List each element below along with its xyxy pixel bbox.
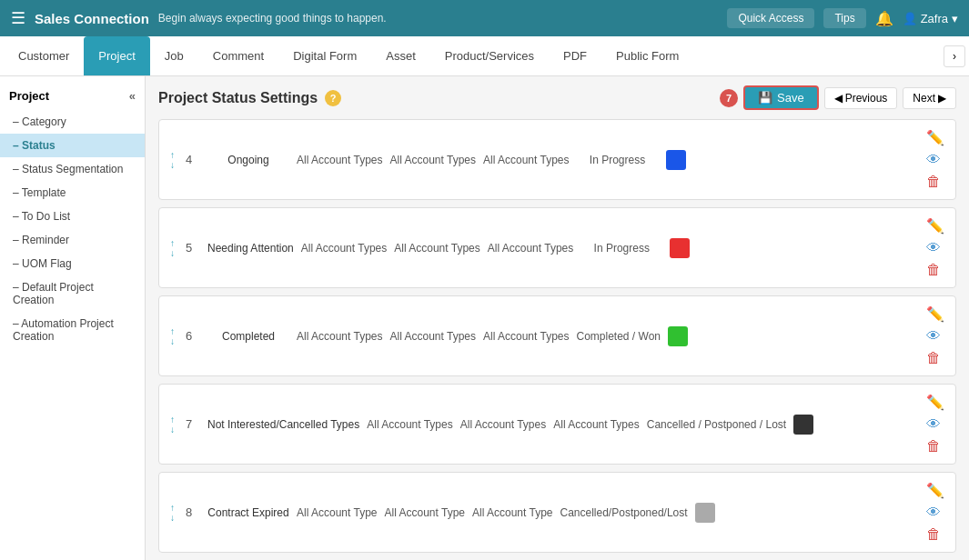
next-button[interactable]: Next ▶ xyxy=(903,87,956,109)
tab-comment[interactable]: Comment xyxy=(198,36,278,75)
delete-icon[interactable]: 🗑 xyxy=(926,262,944,278)
main-layout: Project « – Category – Status – Status S… xyxy=(0,76,969,560)
tab-bar: Customer Project Job Comment Digital For… xyxy=(0,36,969,76)
tab-asset[interactable]: Asset xyxy=(371,36,430,75)
row-color-swatch[interactable] xyxy=(670,238,690,258)
sidebar-item-category[interactable]: – Category xyxy=(0,110,145,134)
edit-icon[interactable]: ✏️ xyxy=(926,394,944,411)
user-name: Zafra xyxy=(921,12,948,25)
edit-icon[interactable]: ✏️ xyxy=(926,305,944,323)
save-button[interactable]: 💾 Save xyxy=(743,85,819,110)
page-title-row: Project Status Settings ? xyxy=(158,90,341,106)
row-name: Ongoing xyxy=(207,154,289,166)
view-icon[interactable]: 👁 xyxy=(926,505,944,521)
tab-product-services[interactable]: Product/Services xyxy=(430,36,549,75)
status-row: ↑↓ 8 Contract Expired All Account Type A… xyxy=(158,472,956,553)
sidebar-item-status-segmentation[interactable]: – Status Segmentation xyxy=(0,157,145,181)
delete-icon[interactable]: 🗑 xyxy=(926,438,944,455)
row-number: 6 xyxy=(186,329,200,343)
edit-icon[interactable]: ✏️ xyxy=(926,129,944,146)
row-actions: ✏️ 👁 🗑 xyxy=(926,217,944,278)
help-icon[interactable]: ? xyxy=(325,90,341,106)
tab-pdf[interactable]: PDF xyxy=(549,36,601,75)
row-sorter-1[interactable]: ↑↓ xyxy=(170,238,175,258)
quick-access-button[interactable]: Quick Access xyxy=(727,8,814,28)
row-sorter-4[interactable]: ↑↓ xyxy=(170,503,175,523)
row-acct2: All Account Types xyxy=(390,330,477,343)
row-name: Not Interested/Cancelled Types xyxy=(207,418,359,431)
row-sorter-0[interactable]: ↑↓ xyxy=(170,150,175,170)
sidebar-item-reminder[interactable]: – Reminder xyxy=(0,228,145,252)
app-logo: Sales Connection xyxy=(35,11,149,26)
row-status: In Progress xyxy=(577,154,659,166)
tab-customer[interactable]: Customer xyxy=(4,36,84,75)
row-color-swatch[interactable] xyxy=(668,326,688,346)
row-acct1: All Account Type xyxy=(297,506,378,519)
delete-icon[interactable]: 🗑 xyxy=(926,350,944,366)
row-name: Completed xyxy=(207,330,289,343)
row-actions: ✏️ 👁 🗑 xyxy=(926,305,944,366)
view-icon[interactable]: 👁 xyxy=(926,152,944,168)
next-arrow-icon: ▶ xyxy=(938,92,946,105)
content-area: Project Status Settings ? 7 💾 Save ◀ Pre… xyxy=(146,76,969,560)
status-row: ↑↓ 4 Ongoing All Account Types All Accou… xyxy=(158,119,956,200)
row-acct3: All Account Type xyxy=(472,506,553,519)
page-title: Project Status Settings xyxy=(158,90,318,106)
edit-icon[interactable]: ✏️ xyxy=(926,217,944,235)
row-acct3: All Account Types xyxy=(553,418,640,431)
tips-button[interactable]: Tips xyxy=(823,8,865,28)
row-color-swatch[interactable] xyxy=(793,415,813,435)
row-acct2: All Account Type xyxy=(385,506,466,519)
tab-job[interactable]: Job xyxy=(150,36,198,75)
hamburger-icon[interactable]: ☰ xyxy=(11,8,25,28)
row-acct2: All Account Types xyxy=(390,154,477,166)
status-rows-container: ↑↓ 4 Ongoing All Account Types All Accou… xyxy=(158,119,956,553)
edit-icon[interactable]: ✏️ xyxy=(926,482,944,499)
sidebar-item-todo[interactable]: – To Do List xyxy=(0,205,145,228)
view-icon[interactable]: 👁 xyxy=(926,416,944,433)
row-sorter-2[interactable]: ↑↓ xyxy=(170,326,175,346)
row-actions: ✏️ 👁 🗑 xyxy=(926,394,944,455)
row-acct3: All Account Types xyxy=(488,242,574,255)
status-row: ↑↓ 6 Completed All Account Types All Acc… xyxy=(158,295,956,376)
row-acct3: All Account Types xyxy=(483,154,570,166)
sidebar-item-template[interactable]: – Template xyxy=(0,181,145,205)
row-color-swatch[interactable] xyxy=(695,503,715,523)
row-acct1: All Account Types xyxy=(301,242,388,255)
row-sorter-3[interactable]: ↑↓ xyxy=(170,415,175,435)
tab-digital-form[interactable]: Digital Form xyxy=(278,36,371,75)
previous-button[interactable]: ◀ Previous xyxy=(824,87,898,109)
view-icon[interactable]: 👁 xyxy=(926,240,944,256)
sidebar-item-default-project[interactable]: – Default Project Creation xyxy=(0,275,145,312)
view-icon[interactable]: 👁 xyxy=(926,328,944,345)
user-avatar-icon: 👤 xyxy=(903,12,917,25)
tab-project[interactable]: Project xyxy=(84,36,149,75)
sidebar-item-status[interactable]: – Status xyxy=(0,134,145,157)
row-name: Needing Attention xyxy=(207,242,294,255)
sidebar-item-uom-flag[interactable]: – UOM Flag xyxy=(0,252,145,275)
row-number: 5 xyxy=(186,241,200,255)
row-color-swatch[interactable] xyxy=(666,150,686,170)
sidebar-item-automation-project[interactable]: – Automation Project Creation xyxy=(0,312,145,348)
next-label: Next xyxy=(913,92,935,105)
row-acct2: All Account Types xyxy=(460,418,547,431)
previous-label: Previous xyxy=(845,92,888,105)
notification-bell-icon[interactable]: 🔔 xyxy=(875,10,893,27)
sidebar-title: Project xyxy=(9,89,49,103)
page-header: Project Status Settings ? 7 💾 Save ◀ Pre… xyxy=(158,85,956,110)
sidebar-collapse-button[interactable]: « xyxy=(129,89,136,103)
top-nav: ☰ Sales Connection Begin always expectin… xyxy=(0,0,969,36)
tab-public-form[interactable]: Public Form xyxy=(601,36,693,75)
delete-icon[interactable]: 🗑 xyxy=(926,526,944,543)
save-button-label: Save xyxy=(777,91,804,105)
user-dropdown-icon: ▾ xyxy=(952,12,958,25)
row-number: 8 xyxy=(186,505,200,519)
user-menu[interactable]: 👤 Zafra ▾ xyxy=(903,12,958,25)
row-number: 7 xyxy=(186,417,200,431)
row-status: Cancelled / Postponed / Lost xyxy=(647,418,786,431)
row-acct1: All Account Types xyxy=(367,418,453,431)
tab-scroll-right-button[interactable]: › xyxy=(944,45,965,67)
delete-icon[interactable]: 🗑 xyxy=(926,174,944,190)
app-tagline: Begin always expecting good things to ha… xyxy=(158,12,719,25)
status-row: ↑↓ 7 Not Interested/Cancelled Types All … xyxy=(158,384,956,465)
